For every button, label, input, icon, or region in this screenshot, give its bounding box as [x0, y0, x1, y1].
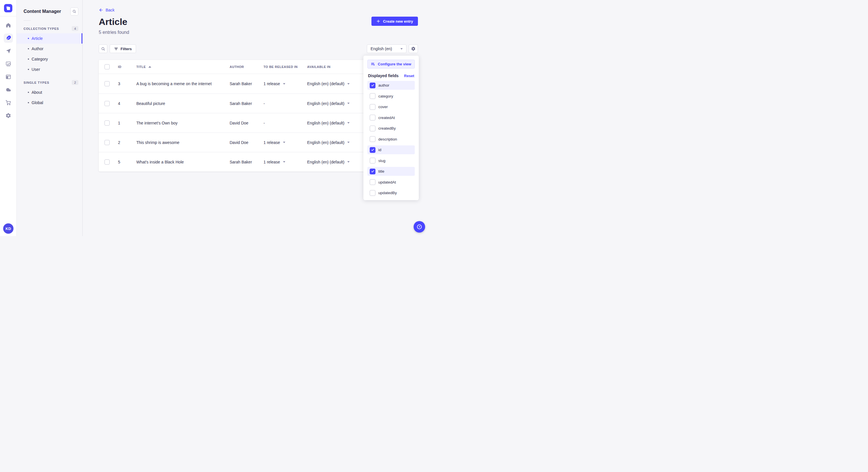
- cell-releases[interactable]: 1 release: [264, 160, 307, 164]
- help-button[interactable]: ?: [414, 221, 425, 233]
- field-checkbox[interactable]: [370, 179, 375, 185]
- row-checkbox[interactable]: [104, 101, 110, 106]
- question-icon: ?: [416, 224, 423, 230]
- cell-releases[interactable]: 1 release: [264, 140, 307, 145]
- marketplace-cart-icon[interactable]: [4, 98, 13, 107]
- field-checkbox[interactable]: [370, 82, 375, 88]
- row-checkbox[interactable]: [104, 140, 110, 145]
- sidebar-item-global[interactable]: Global: [17, 98, 82, 108]
- layout-icon[interactable]: [4, 72, 13, 81]
- field-checkbox[interactable]: [370, 126, 375, 131]
- field-checkbox[interactable]: [370, 158, 375, 164]
- home-icon[interactable]: [4, 21, 13, 30]
- content-feather-icon[interactable]: [4, 34, 13, 43]
- field-checkbox[interactable]: [370, 115, 375, 121]
- chevron-down-icon[interactable]: [347, 103, 350, 104]
- field-checkbox[interactable]: [370, 147, 375, 153]
- sidebar-item-article[interactable]: Article: [17, 33, 82, 43]
- strapi-logo: [4, 4, 12, 12]
- send-icon[interactable]: [4, 46, 13, 56]
- field-updatedAt[interactable]: updatedAt: [367, 178, 415, 187]
- search-icon: [72, 9, 76, 13]
- field-author[interactable]: author: [367, 81, 415, 90]
- column-header-title[interactable]: TITLE: [136, 65, 229, 69]
- field-id[interactable]: id: [367, 145, 415, 154]
- field-checkbox[interactable]: [370, 93, 375, 99]
- user-avatar[interactable]: KD: [3, 224, 13, 234]
- field-createdBy[interactable]: createdBy: [367, 124, 415, 133]
- reset-link[interactable]: Reset: [404, 74, 414, 78]
- create-new-entry-button[interactable]: Create new entry: [371, 16, 418, 26]
- field-checkbox[interactable]: [370, 136, 375, 142]
- field-label: createdAt: [378, 115, 395, 120]
- cell-title: Beautiful picture: [136, 101, 229, 106]
- field-checkbox[interactable]: [370, 104, 375, 110]
- cell-author: Sarah Baker: [229, 81, 264, 86]
- field-checkbox[interactable]: [370, 190, 375, 196]
- column-header-releases[interactable]: TO BE RELEASED IN: [264, 65, 307, 69]
- field-label: updatedAt: [378, 180, 396, 184]
- row-checkbox[interactable]: [104, 81, 110, 86]
- field-cover[interactable]: cover: [367, 102, 415, 111]
- cell-id: 2: [118, 140, 136, 145]
- sidebar-sections: COLLECTION TYPES 4 Article Author Catego…: [17, 24, 82, 108]
- sidebar-item-category[interactable]: Category: [17, 54, 82, 64]
- chevron-down-icon[interactable]: [347, 161, 350, 163]
- column-header-id[interactable]: ID: [118, 65, 136, 69]
- cell-releases[interactable]: 1 release: [264, 81, 307, 86]
- chevron-down-icon[interactable]: [283, 161, 285, 163]
- cell-title: The internet's Own boy: [136, 121, 229, 125]
- sidebar-title: Content Manager: [24, 9, 61, 14]
- chevron-down-icon[interactable]: [347, 142, 350, 143]
- cell-author: David Doe: [229, 140, 264, 145]
- select-all-checkbox[interactable]: [104, 64, 110, 69]
- filter-icon: [114, 47, 118, 51]
- sidebar-item-about[interactable]: About: [17, 87, 82, 98]
- cell-releases[interactable]: -: [264, 121, 307, 125]
- chevron-down-icon[interactable]: [347, 122, 350, 124]
- cell-author: Sarah Baker: [229, 101, 264, 106]
- chevron-down-icon[interactable]: [283, 83, 285, 85]
- settings-gear-icon[interactable]: [4, 111, 13, 120]
- field-label: id: [378, 148, 381, 152]
- view-settings-gear-button[interactable]: [409, 44, 418, 53]
- chevron-down-icon[interactable]: [283, 142, 285, 143]
- field-category[interactable]: category: [367, 92, 415, 101]
- field-createdAt[interactable]: createdAt: [367, 113, 415, 122]
- field-checkbox[interactable]: [370, 169, 375, 174]
- cell-id: 4: [118, 101, 136, 106]
- field-label: title: [378, 169, 384, 173]
- locale-select[interactable]: English (en): [367, 44, 406, 53]
- media-images-icon[interactable]: [4, 59, 13, 69]
- sidebar-item-user[interactable]: User: [17, 64, 82, 74]
- section-count-badge: 2: [72, 80, 79, 85]
- cell-id: 5: [118, 160, 136, 164]
- sort-asc-icon: [148, 66, 151, 68]
- field-slug[interactable]: slug: [367, 156, 415, 165]
- bullet-icon: [28, 92, 29, 93]
- chevron-down-icon[interactable]: [347, 83, 350, 85]
- back-link[interactable]: Back: [99, 8, 115, 12]
- field-updatedBy[interactable]: updatedBy: [367, 189, 415, 197]
- column-header-author[interactable]: AUTHOR: [229, 65, 264, 69]
- row-checkbox[interactable]: [104, 121, 110, 126]
- filters-button[interactable]: Filters: [110, 44, 136, 53]
- cell-title: A bug is becoming a meme on the internet: [136, 81, 229, 86]
- displayed-fields-title: Displayed fields: [368, 73, 399, 78]
- field-description[interactable]: description: [367, 135, 415, 144]
- configure-the-view-button[interactable]: Configure the view: [367, 60, 415, 69]
- table-search-button[interactable]: [99, 44, 107, 53]
- plus-icon: [376, 19, 380, 23]
- list-plus-icon: [371, 62, 375, 66]
- sidebar-search-button[interactable]: [70, 7, 79, 15]
- sidebar-item-author[interactable]: Author: [17, 43, 82, 54]
- field-list: author category cover createdAt createdB…: [367, 81, 415, 197]
- field-label: createdBy: [378, 126, 396, 131]
- sidebar-item-label: Article: [32, 36, 43, 41]
- search-icon: [101, 47, 105, 51]
- cell-releases[interactable]: -: [264, 101, 307, 106]
- field-title[interactable]: title: [367, 167, 415, 176]
- cloud-icon[interactable]: [4, 85, 13, 94]
- create-new-entry-label: Create new entry: [383, 19, 413, 24]
- row-checkbox[interactable]: [104, 160, 110, 165]
